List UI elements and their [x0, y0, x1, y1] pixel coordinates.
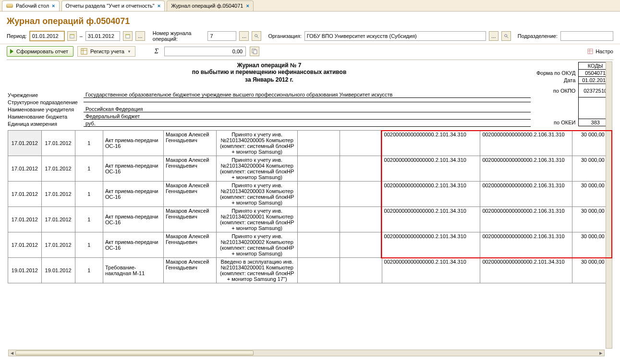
- institution-value: Государственное образовательное бюджетно…: [84, 92, 531, 98]
- cell-empty2: [340, 207, 382, 232]
- report-period: за Январь 2012 г.: [8, 76, 531, 83]
- svg-rect-12: [81, 49, 87, 54]
- cell-account2: 00200000000000000.2.106.31.310: [480, 156, 572, 182]
- settings-link[interactable]: Настро: [587, 48, 613, 55]
- org-input[interactable]: [304, 31, 486, 41]
- scroll-right-icon[interactable]: ▶: [597, 350, 604, 356]
- calendar-icon[interactable]: [123, 31, 133, 41]
- register-label: Регистр учета: [90, 49, 124, 54]
- cell-account2: 00200000000000000.2.106.31.310: [480, 182, 572, 207]
- search-icon[interactable]: [501, 31, 511, 41]
- scroll-left-icon[interactable]: ◀: [9, 350, 15, 356]
- journal-num-label: Номер журнала операций:: [153, 30, 205, 42]
- tabs-bar: Рабочий стол × Отчеты раздела "Учет и от…: [0, 0, 620, 12]
- report-subtitle: по выбытию и перемещению нефинансовых ак…: [8, 69, 531, 75]
- cell-sum: 30 000,00: [572, 207, 607, 232]
- cell-date2: 19.01.2012: [41, 258, 75, 283]
- cell-empty1: [298, 232, 340, 258]
- cell-date2: 17.01.2012: [41, 232, 75, 258]
- date-from-input[interactable]: [30, 31, 64, 41]
- table-icon: [81, 48, 87, 55]
- cell-account2: 00200000000000000.2.106.31.310: [480, 232, 572, 258]
- table-row[interactable]: 17.01.201217.01.20121Акт приема-передачи…: [8, 182, 612, 207]
- org-select-button[interactable]: …: [489, 31, 498, 41]
- svg-point-10: [504, 35, 507, 37]
- institution-label2: Учреждение: [8, 92, 84, 98]
- cell-person: Макаров Алексей Геннадьевич: [164, 258, 217, 283]
- tab-desktop-label: Рабочий стол: [16, 3, 49, 9]
- copy-icon[interactable]: [250, 47, 259, 56]
- period-select-button[interactable]: …: [135, 31, 145, 41]
- sum-display: 0,00: [164, 47, 246, 56]
- cell-account1: 00200000000000000.2.101.34.310: [382, 258, 480, 283]
- cell-empty1: [298, 207, 340, 232]
- sigma-icon: Σ: [153, 48, 160, 55]
- search-icon[interactable]: [252, 31, 261, 41]
- cell-date1: 17.01.2012: [8, 232, 42, 258]
- code-date-label: Дата: [531, 77, 579, 84]
- cell-doc: Акт приема-передачи ОС-16: [103, 131, 164, 156]
- close-icon[interactable]: ×: [52, 3, 55, 9]
- cell-sum: 30 000,00: [572, 156, 607, 182]
- cell-desc: Принято к учету инв. №2101340200003 Комп…: [217, 182, 298, 207]
- tab-reports[interactable]: Отчеты раздела "Учет и отчетность" ×: [61, 0, 165, 11]
- struct-value: [84, 102, 531, 102]
- cell-num: 1: [75, 182, 103, 207]
- cell-empty2: [340, 258, 382, 283]
- close-icon[interactable]: ×: [158, 3, 160, 9]
- unit-value: руб.: [84, 121, 531, 127]
- cell-account1: 00200000000000000.2.101.34.310: [382, 182, 480, 207]
- tab-journal[interactable]: Журнал операций ф.0504071 ×: [167, 0, 254, 11]
- cell-num: 1: [75, 131, 103, 156]
- svg-rect-7: [126, 35, 130, 36]
- calendar-icon[interactable]: [67, 31, 77, 41]
- cell-date2: 17.01.2012: [41, 207, 75, 232]
- date-to-input[interactable]: [85, 31, 120, 41]
- svg-rect-16: [254, 50, 257, 54]
- cell-sum: 30 000,00: [572, 232, 607, 258]
- cell-account1: 00200000000000000.2.101.34.310: [382, 156, 480, 182]
- data-table: 17.01.201217.01.20121Акт приема-передачи…: [8, 130, 612, 283]
- journal-num-input[interactable]: [207, 31, 236, 41]
- okpo-label: по ОКПО: [531, 84, 579, 97]
- close-icon[interactable]: ×: [246, 3, 249, 9]
- table-row[interactable]: 17.01.201217.01.20121Акт приема-передачи…: [8, 207, 612, 232]
- struct-label: Структурное подразделение: [8, 99, 84, 105]
- cell-account1: 00200000000000000.2.101.34.310: [382, 207, 480, 232]
- horizontal-scrollbar[interactable]: ◀ ▶: [8, 350, 605, 356]
- codes-table: КОДЫ Форма по ОКУД0504071 Дата01.02.2012…: [531, 62, 612, 126]
- cell-person: Макаров Алексей Геннадьевич: [164, 156, 217, 182]
- cell-desc: Принято к учету инв. №2101340200001 Комп…: [217, 207, 298, 232]
- subdiv-input[interactable]: [560, 31, 613, 41]
- cell-person: Макаров Алексей Геннадьевич: [164, 232, 217, 258]
- report-area: Журнал операций № 7 по выбытию и перемещ…: [7, 60, 613, 357]
- cell-desc: Введено в эксплуатацию инв. №21013402000…: [217, 258, 298, 283]
- cell-empty2: [340, 232, 382, 258]
- vertical-scrollbar[interactable]: [606, 61, 612, 349]
- cell-desc: Принято к учету инв. №2101340200002 Комп…: [217, 232, 298, 258]
- cell-person: Макаров Алексей Геннадьевич: [164, 207, 217, 232]
- journal-num-select-button[interactable]: …: [239, 31, 249, 41]
- cell-num: 1: [75, 258, 103, 283]
- generate-report-button[interactable]: Сформировать отчет: [7, 46, 73, 57]
- cell-doc: Акт приема-передачи ОС-16: [103, 182, 164, 207]
- cell-date1: 17.01.2012: [8, 207, 42, 232]
- cell-desc: Принято к учету инв. №2101340200005 Комп…: [217, 131, 298, 156]
- svg-line-11: [507, 36, 508, 38]
- cell-date1: 19.01.2012: [8, 258, 42, 283]
- scrollbar-thumb[interactable]: [15, 351, 254, 355]
- cell-date1: 17.01.2012: [8, 182, 42, 207]
- cell-empty1: [298, 156, 340, 182]
- tab-desktop[interactable]: Рабочий стол ×: [2, 0, 60, 11]
- cell-date2: 17.01.2012: [41, 182, 75, 207]
- table-row[interactable]: 17.01.201217.01.20121Акт приема-передачи…: [8, 232, 612, 258]
- budget-label: Наименование бюджета: [8, 114, 84, 120]
- table-row[interactable]: 19.01.201219.01.20121Требование-накладна…: [8, 258, 612, 283]
- register-button[interactable]: Регистр учета ▼: [77, 46, 135, 57]
- settings-label: Настро: [596, 49, 613, 54]
- period-label: Период:: [7, 33, 27, 39]
- subdiv-label: Подразделение:: [518, 33, 558, 39]
- cell-num: 1: [75, 156, 103, 182]
- table-row[interactable]: 17.01.201217.01.20121Акт приема-передачи…: [8, 131, 612, 156]
- table-row[interactable]: 17.01.201217.01.20121Акт приема-передачи…: [8, 156, 612, 182]
